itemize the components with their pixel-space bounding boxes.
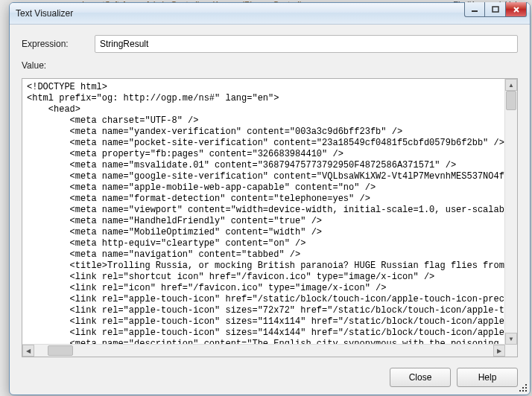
svg-rect-0: [472, 10, 478, 12]
value-box: <!DOCTYPE html> <html prefix="og: http:/…: [22, 78, 518, 357]
expression-input[interactable]: StringResult: [95, 35, 518, 53]
svg-point-2: [525, 384, 527, 386]
dialog-title: Text Visualizer: [16, 8, 73, 19]
vscroll-track[interactable]: [506, 91, 516, 333]
vscroll-thumb[interactable]: [506, 91, 516, 110]
svg-point-4: [525, 387, 527, 389]
minimize-icon: [471, 7, 478, 13]
maximize-button[interactable]: [485, 2, 506, 17]
close-icon: [513, 6, 520, 13]
expression-value: StringResult: [100, 39, 148, 49]
svg-point-7: [525, 390, 527, 392]
svg-rect-1: [493, 7, 498, 12]
scroll-down-arrow-icon[interactable]: ▼: [505, 333, 517, 345]
value-label: Value:: [22, 60, 518, 71]
close-button[interactable]: Close: [390, 368, 451, 387]
expression-label: Expression:: [22, 39, 84, 49]
svg-point-3: [522, 387, 524, 389]
scroll-right-arrow-icon[interactable]: ▶: [493, 345, 505, 357]
maximize-icon: [492, 6, 499, 13]
minimize-button[interactable]: [464, 2, 485, 17]
value-text[interactable]: <!DOCTYPE html> <html prefix="og: http:/…: [22, 79, 505, 345]
horizontal-scrollbar[interactable]: ◀ ▶: [22, 344, 505, 357]
scroll-left-arrow-icon[interactable]: ◀: [22, 345, 34, 357]
svg-point-5: [519, 390, 521, 392]
dialog-buttons: Close Help: [22, 365, 518, 387]
expression-row: Expression: StringResult: [22, 35, 518, 53]
dialog-client-area: Expression: StringResult Value: <!DOCTYP…: [10, 25, 530, 395]
close-window-button[interactable]: [506, 2, 527, 17]
svg-point-6: [522, 390, 524, 392]
hscroll-thumb[interactable]: [48, 345, 73, 356]
vertical-scrollbar[interactable]: ▲ ▼: [504, 79, 517, 345]
hscroll-track[interactable]: [34, 345, 493, 356]
text-visualizer-dialog: Text Visualizer Expression: StringResult…: [9, 2, 531, 395]
help-button[interactable]: Help: [457, 368, 518, 387]
titlebar[interactable]: Text Visualizer: [10, 3, 530, 25]
scroll-up-arrow-icon[interactable]: ▲: [505, 79, 517, 91]
resize-grip-icon[interactable]: [518, 383, 528, 393]
scroll-corner: [505, 345, 517, 357]
window-controls: [464, 2, 527, 17]
